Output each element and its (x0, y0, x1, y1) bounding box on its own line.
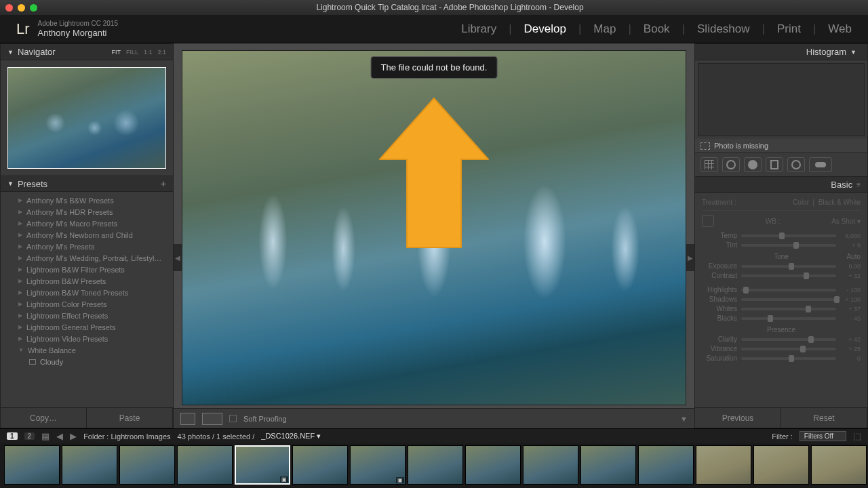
slider-highlights[interactable]: Highlights- 100 (702, 286, 861, 293)
preset-folder[interactable]: ▶Anthony M's B&W Presets (1, 195, 173, 206)
graduated-filter-icon[interactable] (766, 157, 783, 172)
wb-dropdown[interactable]: As Shot ▾ (831, 218, 861, 225)
module-map[interactable]: Map (593, 22, 616, 36)
slider-exposure[interactable]: Exposure0.00 (702, 262, 861, 270)
chevron-right-icon: ▶ (18, 312, 22, 319)
navigator-zoom-options[interactable]: FITFILL1:12:1 (111, 49, 166, 56)
left-panel-toggle[interactable]: ◀ (174, 244, 182, 271)
wb-eyedropper-icon[interactable] (702, 215, 714, 227)
paste-button[interactable]: Paste (87, 408, 173, 428)
filmstrip-thumb[interactable] (119, 445, 175, 485)
monitor-2-badge[interactable]: 2 (24, 432, 35, 440)
nav-forward-icon[interactable]: ▶ (70, 431, 77, 441)
slider-clarity[interactable]: Clarity+ 42 (702, 336, 861, 343)
reset-button[interactable]: Reset (781, 408, 867, 428)
zoom-icon[interactable] (30, 4, 37, 12)
panel-switch-icon[interactable]: ≡ (856, 181, 861, 188)
loupe-view-icon[interactable] (180, 413, 195, 425)
window-controls[interactable] (5, 4, 37, 12)
module-print[interactable]: Print (777, 22, 801, 36)
nav-zoom-2:1[interactable]: 2:1 (157, 49, 166, 56)
navigator-header[interactable]: ▼ Navigator FITFILL1:12:1 (1, 44, 173, 60)
toolbar-menu-icon[interactable]: ▼ (680, 415, 688, 423)
module-book[interactable]: Book (644, 22, 670, 36)
filmstrip-thumb[interactable] (811, 445, 867, 485)
nav-zoom-fit[interactable]: FIT (111, 49, 121, 56)
presets-header[interactable]: ▼ Presets + (1, 176, 173, 192)
module-develop[interactable]: Develop (524, 22, 566, 36)
photo-canvas[interactable]: The file could not be found. (182, 50, 686, 405)
filmstrip-thumb[interactable]: ▣ (350, 445, 406, 485)
treatment-color[interactable]: Color (793, 199, 809, 206)
preset-folder[interactable]: ▶Anthony M's HDR Presets (1, 206, 173, 218)
grid-view-icon[interactable]: ▦ (41, 431, 50, 441)
filmstrip-thumb[interactable] (523, 445, 578, 485)
minimize-icon[interactable] (18, 4, 25, 12)
treatment-bw[interactable]: Black & White (818, 199, 861, 206)
adjustment-brush-icon[interactable] (809, 157, 832, 172)
preset-folder-open[interactable]: ▼White Balance (1, 344, 173, 356)
module-slideshow[interactable]: Slideshow (697, 22, 750, 36)
preset-folder[interactable]: ▶Anthony M's Macro Presets (1, 218, 173, 229)
add-preset-icon[interactable]: + (161, 178, 166, 189)
filmstrip-thumb[interactable] (753, 445, 809, 485)
filmstrip-thumb[interactable] (580, 445, 636, 485)
spot-removal-icon[interactable] (722, 157, 740, 172)
previous-button[interactable]: Previous (695, 408, 781, 428)
slider-contrast[interactable]: Contrast+ 32 (702, 272, 861, 279)
photo-missing-banner[interactable]: Photo is missing (695, 139, 867, 152)
nav-back-icon[interactable]: ◀ (56, 431, 63, 441)
nav-zoom-1:1[interactable]: 1:1 (144, 49, 153, 56)
preset-folder[interactable]: ▶Lightroom B&W Presets (1, 275, 173, 287)
preset-folder[interactable]: ▶Lightroom Video Presets (1, 333, 173, 344)
filmstrip-thumb[interactable] (177, 445, 233, 485)
preset-folder[interactable]: ▶Anthony M's Wedding, Portrait, Lifestyl… (1, 252, 173, 264)
preset-folder[interactable]: ▶Lightroom Color Presets (1, 298, 173, 310)
preset-folder[interactable]: ▶Lightroom B&W Toned Presets (1, 287, 173, 298)
nav-zoom-fill[interactable]: FILL (126, 49, 138, 56)
radial-filter-icon[interactable] (787, 157, 805, 172)
preset-folder[interactable]: ▶Lightroom Effect Presets (1, 310, 173, 321)
filmstrip[interactable]: ▣▣ (0, 443, 868, 488)
preset-folder[interactable]: ▶Lightroom B&W Filter Presets (1, 264, 173, 275)
navigator-image[interactable] (7, 67, 166, 169)
filmstrip-thumb[interactable] (696, 445, 751, 485)
filmstrip-thumb[interactable] (292, 445, 348, 485)
soft-proofing-checkbox[interactable] (229, 415, 237, 422)
close-icon[interactable] (5, 4, 13, 12)
slider-tint[interactable]: Tint+ 9 (702, 241, 861, 249)
slider-vibrance[interactable]: Vibrance+ 25 (702, 345, 861, 352)
redeye-tool-icon[interactable] (744, 157, 762, 172)
slider-whites[interactable]: Whites+ 37 (702, 305, 861, 312)
preset-folder[interactable]: ▶Anthony M's Presets (1, 241, 173, 252)
filmstrip-thumb[interactable] (408, 445, 463, 485)
auto-tone-button[interactable]: Auto (846, 253, 861, 260)
slider-temp[interactable]: Temp6,000 (702, 232, 861, 239)
filmstrip-thumb[interactable]: ▣ (235, 445, 290, 485)
preset-item[interactable]: Cloudy (1, 356, 173, 367)
navigator-preview[interactable] (1, 60, 173, 176)
filmstrip-filename[interactable]: _DSC1026.NEF ▾ (261, 432, 321, 441)
preset-folder[interactable]: ▶Lightroom General Presets (1, 321, 173, 333)
preset-folder[interactable]: ▶Anthony M's Newborn and Child (1, 229, 173, 241)
module-library[interactable]: Library (461, 22, 496, 36)
right-panel-toggle[interactable]: ▶ (686, 244, 694, 271)
filmstrip-thumb[interactable] (62, 445, 117, 485)
histogram-display[interactable] (698, 63, 865, 136)
before-after-icon[interactable] (202, 413, 222, 425)
crop-tool-icon[interactable] (701, 157, 718, 172)
filmstrip-path[interactable]: Folder : Lightroom Images (83, 432, 170, 441)
slider-shadows[interactable]: Shadows+ 100 (702, 296, 861, 303)
filmstrip-thumb[interactable] (465, 445, 521, 485)
filmstrip-thumb[interactable] (638, 445, 694, 485)
filter-dropdown[interactable]: Filters Off (800, 431, 846, 441)
slider-saturation[interactable]: Saturation0 (702, 354, 861, 362)
histogram-header[interactable]: Histogram ▼ (695, 44, 867, 60)
filmstrip-thumb[interactable] (4, 445, 60, 485)
basic-header[interactable]: Basic ≡ (695, 177, 867, 193)
module-web[interactable]: Web (828, 22, 852, 36)
filter-lock-icon[interactable]: ⬚ (853, 431, 861, 441)
monitor-1-badge[interactable]: 1 (7, 432, 18, 440)
copy-button[interactable]: Copy… (1, 408, 87, 428)
slider-blacks[interactable]: Blacks- 45 (702, 314, 861, 322)
